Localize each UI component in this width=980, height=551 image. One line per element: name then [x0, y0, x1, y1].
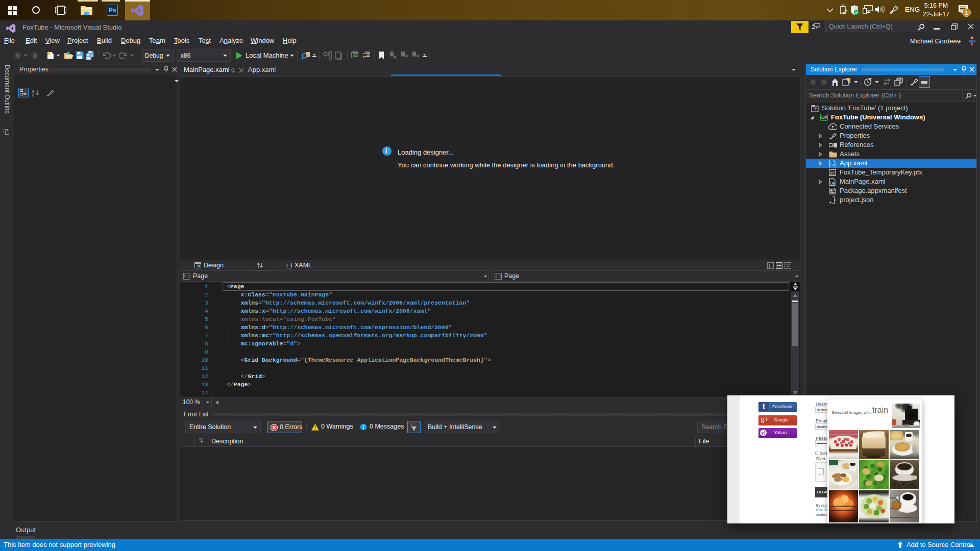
- svg-text:Z: Z: [32, 93, 34, 96]
